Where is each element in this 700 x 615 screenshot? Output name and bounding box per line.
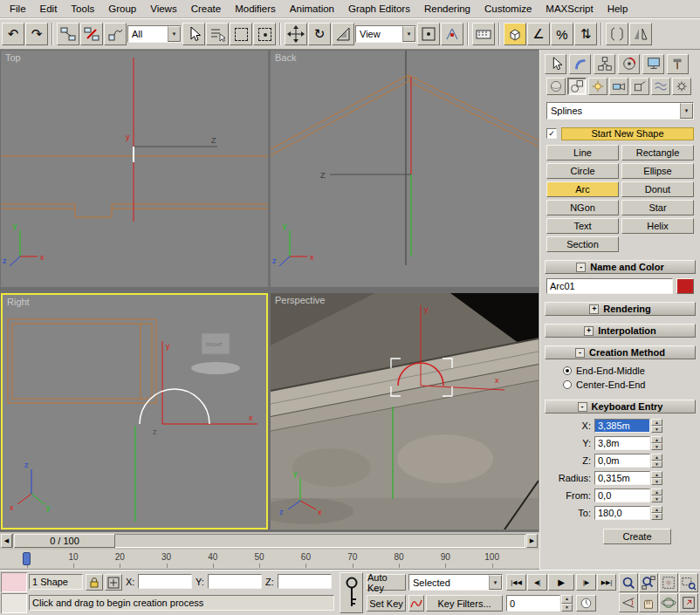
- default-in-out-tangent-button[interactable]: [408, 595, 424, 612]
- category-geometry[interactable]: [546, 78, 566, 95]
- key-filters-button[interactable]: Key Filters...: [426, 595, 503, 612]
- field-value[interactable]: 0,315m: [594, 471, 650, 485]
- edit-named-selection-sets-button[interactable]: [606, 23, 628, 45]
- tab-modify[interactable]: [569, 54, 591, 74]
- shape-button[interactable]: Helix: [621, 218, 694, 234]
- menu-item[interactable]: File: [3, 1, 33, 17]
- zoom-extents-button[interactable]: [659, 573, 678, 592]
- menu-item[interactable]: Rendering: [417, 1, 477, 17]
- menu-item[interactable]: Views: [143, 1, 183, 17]
- select-and-manipulate-button[interactable]: [441, 23, 463, 45]
- menu-item[interactable]: Animation: [283, 1, 341, 17]
- shape-button[interactable]: NGon: [546, 200, 619, 215]
- menu-item[interactable]: Modifiers: [228, 1, 283, 17]
- spinner-up-icon[interactable]: ▲: [651, 471, 662, 478]
- select-by-name-button[interactable]: [206, 23, 229, 45]
- shape-button[interactable]: Text: [546, 218, 619, 234]
- percent-snap-toggle-button[interactable]: %: [551, 23, 573, 45]
- coord-x-field[interactable]: [138, 574, 192, 589]
- shape-button[interactable]: Circle: [546, 163, 619, 179]
- category-helpers[interactable]: [630, 78, 649, 95]
- bind-to-space-warp-button[interactable]: [104, 23, 127, 45]
- select-and-link-button[interactable]: [57, 23, 79, 45]
- spinner-down-icon[interactable]: ▼: [651, 426, 662, 433]
- spinner-down-icon[interactable]: ▼: [651, 478, 662, 485]
- viewport-perspective[interactable]: y x y z x Perspective: [271, 293, 539, 530]
- spinner-snap-toggle-button[interactable]: ⇅: [574, 23, 597, 45]
- mirror-button[interactable]: [629, 23, 652, 45]
- shape-button[interactable]: Star: [621, 200, 694, 215]
- next-frame-button[interactable]: |▶: [576, 574, 596, 591]
- play-button[interactable]: ▶: [548, 574, 574, 591]
- set-key-button[interactable]: Set Key: [367, 595, 406, 612]
- shape-category-dropdown[interactable]: Splines ▼: [546, 102, 694, 120]
- go-to-start-button[interactable]: |◀◀: [506, 574, 526, 591]
- menu-item[interactable]: MAXScript: [539, 1, 600, 17]
- field-value[interactable]: 0,0m: [594, 454, 650, 468]
- go-to-end-button[interactable]: ▶▶|: [597, 574, 616, 591]
- shape-button[interactable]: Section: [546, 236, 619, 252]
- category-space-warps[interactable]: [651, 78, 670, 95]
- time-slider-left-arrow[interactable]: ◀: [1, 534, 12, 548]
- shape-button[interactable]: Arc: [546, 181, 619, 197]
- window-crossing-button[interactable]: [253, 23, 276, 45]
- spinner-down-icon[interactable]: ▼: [651, 461, 662, 468]
- spinner-up-icon[interactable]: ▲: [651, 436, 662, 443]
- zoom-region-button[interactable]: [679, 573, 698, 592]
- category-shapes[interactable]: [567, 78, 587, 95]
- selection-filter-dropdown[interactable]: All ▼: [127, 25, 182, 43]
- field-value[interactable]: 180,0: [594, 506, 650, 520]
- viewport-back[interactable]: Z y x z Back: [271, 51, 539, 287]
- shape-button[interactable]: Donut: [621, 181, 694, 197]
- viewport-perspective-label[interactable]: Perspective: [275, 295, 325, 305]
- selection-lock-button[interactable]: [86, 574, 103, 591]
- spinner-up-icon[interactable]: ▲: [651, 419, 662, 426]
- menu-item[interactable]: Group: [101, 1, 143, 17]
- key-filter-dropdown[interactable]: Selected ▼: [408, 574, 503, 591]
- redo-button[interactable]: ↷: [25, 23, 48, 45]
- use-pivot-center-button[interactable]: [417, 23, 440, 45]
- dropdown-arrow-icon[interactable]: ▼: [489, 575, 502, 590]
- snaps-toggle-button[interactable]: [504, 23, 526, 45]
- menu-item[interactable]: Edit: [33, 1, 65, 17]
- viewport-top-label[interactable]: Top: [5, 52, 21, 63]
- absolute-offset-toggle-button[interactable]: [105, 574, 122, 591]
- pan-button[interactable]: [639, 593, 658, 612]
- undo-button[interactable]: ↶: [2, 23, 24, 45]
- tab-create[interactable]: [545, 54, 566, 74]
- tab-hierarchy[interactable]: [594, 54, 615, 74]
- menu-item[interactable]: Graph Editors: [341, 1, 417, 17]
- field-value[interactable]: 3,385m: [594, 419, 650, 433]
- viewport-back-label[interactable]: Back: [275, 52, 296, 63]
- object-color-swatch[interactable]: [676, 278, 694, 294]
- field-value[interactable]: 0,0: [594, 489, 650, 502]
- time-slider-right-arrow[interactable]: ▶: [526, 534, 538, 548]
- rollout-creation-method[interactable]: - Creation Method: [545, 345, 696, 359]
- spinner-up-icon[interactable]: ▲: [651, 489, 662, 495]
- object-name-field[interactable]: Arc01: [546, 278, 673, 294]
- shape-button[interactable]: Ellipse: [621, 163, 694, 179]
- dropdown-arrow-icon[interactable]: ▼: [680, 103, 693, 119]
- dropdown-arrow-icon[interactable]: ▼: [402, 26, 415, 42]
- viewport-top[interactable]: Z y y x z Top: [1, 51, 268, 287]
- auto-key-button[interactable]: Auto Key: [367, 574, 406, 591]
- spinner-up-icon[interactable]: ▲: [651, 506, 662, 513]
- select-and-move-button[interactable]: [285, 23, 307, 45]
- select-object-button[interactable]: [182, 23, 205, 45]
- field-of-view-button[interactable]: [619, 593, 638, 612]
- maximize-viewport-toggle-button[interactable]: [679, 593, 698, 612]
- field-value[interactable]: 3,8m: [594, 436, 650, 450]
- category-cameras[interactable]: [609, 78, 628, 95]
- spinner-down-icon[interactable]: ▼: [651, 443, 662, 450]
- tab-utilities[interactable]: [667, 54, 689, 74]
- create-button[interactable]: Create: [603, 529, 671, 544]
- spinner-up-icon[interactable]: ▲: [561, 595, 573, 604]
- start-new-shape-button[interactable]: Start New Shape: [561, 127, 694, 140]
- shape-button[interactable]: Rectangle: [621, 145, 694, 161]
- spinner-down-icon[interactable]: ▼: [561, 604, 573, 612]
- keyboard-shortcut-override-button[interactable]: [472, 23, 495, 45]
- viewport-right-label[interactable]: Right: [7, 297, 30, 307]
- rollout-name-and-color[interactable]: - Name and Color: [545, 260, 696, 274]
- coord-y-field[interactable]: [208, 574, 262, 589]
- spinner-up-icon[interactable]: ▲: [651, 454, 662, 461]
